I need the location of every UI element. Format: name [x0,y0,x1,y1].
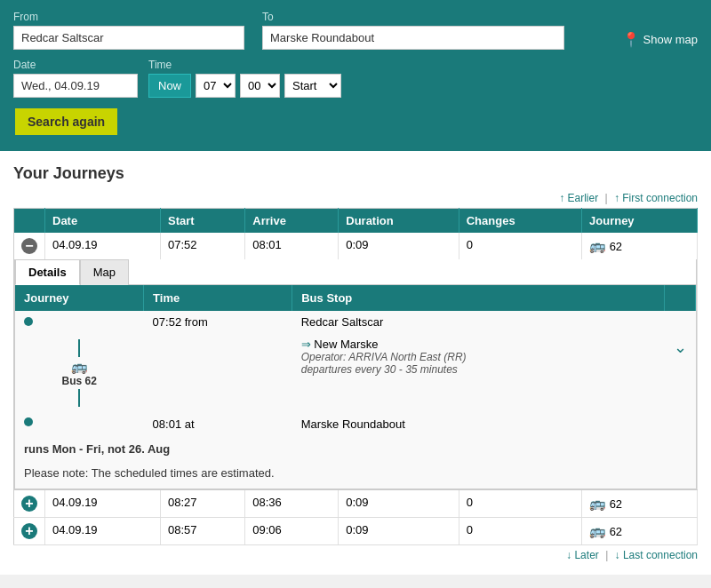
expand-button[interactable]: + [21,496,37,512]
detail-bus-row: 🚌 Bus 62 ⇒ [15,333,696,413]
collapse-button[interactable]: − [21,238,37,254]
detail-arrival-icon [15,413,144,435]
to-input[interactable] [262,26,564,50]
date-field-group: Date [13,59,138,98]
col-toggle [14,209,45,234]
col-journey: Journey [582,209,698,234]
row-changes: 0 [459,490,581,518]
journey-number: 62 [610,497,622,511]
nav-separator: | [605,192,611,204]
table-row: + 04.09.19 08:27 08:36 0:09 0 🚌 62 [14,490,698,518]
row-changes: 0 [459,518,581,545]
from-input[interactable] [13,26,244,50]
row-start: 08:27 [161,490,245,518]
show-map-button[interactable]: 📍 Show map [622,31,698,50]
note-text: Please note: The scheduled times are est… [15,463,696,489]
row-journey: 🚌 62 [582,518,698,545]
detail-col-stop: Bus Stop [292,285,665,311]
detail-arrive-time: 08:01 at [144,413,292,435]
row-journey: 🚌 62 [582,233,698,259]
detail-col-action [665,285,696,311]
to-label: To [262,11,564,23]
content-area: Your Journeys ↑ Earlier | ↑ First connec… [0,151,711,575]
row-changes: 0 [459,233,581,259]
time-label: Time [148,59,341,71]
detail-departure-row: 07:52 from Redcar Saltscar [15,311,696,333]
row-journey: 🚌 62 [582,490,698,518]
journey-number: 62 [610,240,622,253]
detail-col-time: Time [144,285,292,311]
route-icon [24,317,33,326]
bus-icon: 🚌 [589,523,606,538]
top-nav: ↑ Earlier | ↑ First connection [13,192,698,204]
col-changes: Changes [459,209,581,234]
journey-number: 62 [610,525,622,538]
row-arrive: 08:36 [245,490,339,518]
time-field-group: Time Now 07080910 00051015 20253035 4045… [148,59,341,98]
operator-text: Operator: ARRIVA North East (RR) [301,351,656,363]
bottom-nav: ↓ Later | ↓ Last connection [13,545,698,561]
detail-journey-icon [15,311,144,333]
hour-select[interactable]: 07080910 [196,74,236,98]
route-line [78,339,80,357]
row-start: 08:57 [161,518,245,545]
row-arrive: 09:06 [245,518,339,545]
expand-button[interactable]: + [21,523,37,539]
bus-icon: 🚌 [589,496,606,511]
table-row: + 04.09.19 08:57 09:06 0:09 0 🚌 62 [14,518,698,545]
detail-arrival-row: 08:01 at Marske Roundabout [15,413,696,435]
col-duration: Duration [339,209,459,234]
tab-map[interactable]: Map [80,259,129,285]
details-row: Details Map Journey Time Bus Stop [14,259,698,490]
details-tabs: Details Map [15,259,696,285]
details-inner: Journey Time Bus Stop [15,285,696,489]
route-dot-bottom [24,417,33,426]
now-button[interactable]: Now [148,74,191,98]
details-header-row: Journey Time Bus Stop [15,285,696,311]
row-date: 04.09.19 [45,490,161,518]
table-header-row: Date Start Arrive Duration Changes Journ… [14,209,698,234]
details-panel: Details Map Journey Time Bus Stop [14,259,697,489]
chevron-cell: ⌄ [665,333,696,413]
date-label: Date [13,59,138,71]
route-line-bottom [78,389,80,407]
detail-bus-label: 🚌 Bus 62 [15,333,144,413]
first-connection-link[interactable]: ↑ First connection [614,192,698,204]
destination-line: ⇒ New Marske [301,338,656,351]
bus-label: Bus 62 [62,375,97,387]
from-label: From [13,11,244,23]
to-field-group: To [262,11,564,50]
last-connection-link[interactable]: ↓ Last connection [615,549,698,561]
col-arrive: Arrive [245,209,339,234]
runs-text: runs Mon - Fri, not 26. Aug [15,435,696,463]
detail-col-journey: Journey [15,285,144,311]
row-date: 04.09.19 [45,233,161,259]
location-icon: 📍 [622,31,640,48]
row-toggle-cell: + [14,518,45,545]
bus-icon: 🚌 [589,238,606,253]
date-input[interactable] [13,74,138,98]
bus-icon-detail: 🚌 [71,359,88,375]
nav-separator: | [605,549,611,561]
col-date: Date [45,209,161,234]
detail-route-info: ⇒ New Marske Operator: ARRIVA North East… [292,333,665,413]
journeys-table: Date Start Arrive Duration Changes Journ… [13,208,698,545]
detail-depart-stop: Redcar Saltscar [292,311,665,333]
row-duration: 0:09 [339,233,459,259]
row-arrive: 08:01 [245,233,339,259]
from-field-group: From [13,11,244,50]
detail-depart-time: 07:52 from [144,311,292,333]
earlier-link[interactable]: ↑ Earlier [559,192,598,204]
departures-text: departures every 30 - 35 minutes [301,363,656,376]
route-dot-top [24,317,33,326]
row-date: 04.09.19 [45,518,161,545]
start-select[interactable]: StartArrive [284,74,341,98]
detail-arrive-stop: Marske Roundabout [292,413,665,435]
tab-details[interactable]: Details [15,259,80,285]
col-start: Start [161,209,245,234]
search-again-button[interactable]: Search again [15,108,117,135]
row-start: 07:52 [161,233,245,259]
later-link[interactable]: ↓ Later [566,549,599,561]
chevron-down-icon[interactable]: ⌄ [674,338,687,356]
minute-select[interactable]: 00051015 20253035 40455055 [240,74,280,98]
